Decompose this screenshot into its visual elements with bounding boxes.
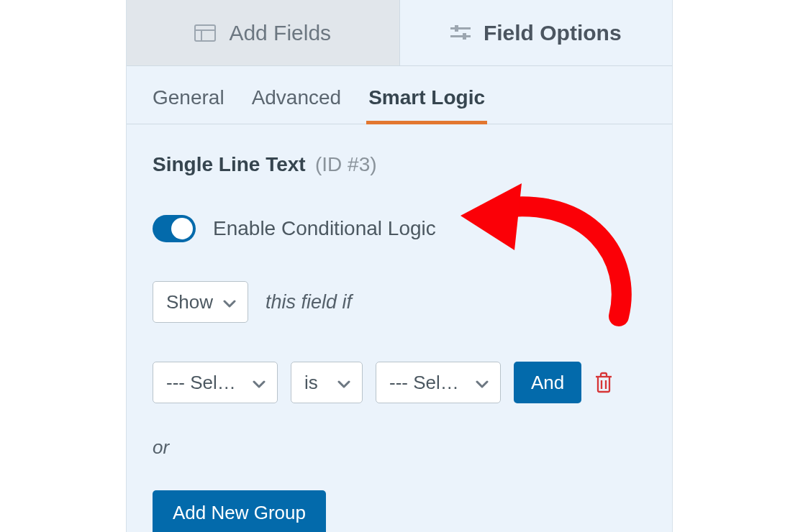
chevron-down-icon bbox=[223, 291, 236, 313]
condition-value-select[interactable]: --- Sel… bbox=[376, 362, 501, 403]
condition-field-select[interactable]: --- Sel… bbox=[153, 362, 278, 403]
chevron-down-icon bbox=[476, 372, 489, 394]
field-id: (ID #3) bbox=[315, 153, 377, 175]
condition-value-value: --- Sel… bbox=[389, 372, 459, 394]
svg-rect-3 bbox=[450, 27, 471, 29]
field-options-icon bbox=[450, 24, 471, 42]
chevron-down-icon bbox=[253, 372, 266, 394]
and-button[interactable]: And bbox=[514, 362, 581, 403]
svg-rect-6 bbox=[463, 33, 466, 40]
show-hide-suffix: this field if bbox=[266, 291, 352, 313]
conditional-logic-toggle-row: Enable Conditional Logic bbox=[153, 215, 646, 242]
show-hide-select[interactable]: Show bbox=[153, 281, 248, 323]
condition-operator-value: is bbox=[304, 372, 318, 394]
field-title: Single Line Text bbox=[153, 153, 306, 175]
tab-add-fields-label: Add Fields bbox=[229, 21, 331, 45]
conditional-logic-label: Enable Conditional Logic bbox=[213, 217, 436, 240]
sub-tabs: General Advanced Smart Logic bbox=[127, 66, 672, 124]
chevron-down-icon bbox=[337, 372, 350, 394]
main-tabs: Add Fields Field Options bbox=[127, 0, 672, 66]
condition-operator-select[interactable]: is bbox=[291, 362, 363, 403]
field-options-content: Single Line Text (ID #3) Enable Conditio… bbox=[127, 124, 672, 532]
field-title-row: Single Line Text (ID #3) bbox=[153, 153, 646, 176]
show-hide-row: Show this field if bbox=[153, 281, 646, 323]
tab-add-fields[interactable]: Add Fields bbox=[127, 0, 400, 65]
subtab-advanced[interactable]: Advanced bbox=[252, 86, 342, 124]
condition-field-value: --- Sel… bbox=[166, 372, 236, 394]
add-fields-icon bbox=[194, 24, 216, 42]
svg-rect-0 bbox=[195, 25, 215, 41]
show-hide-value: Show bbox=[166, 291, 213, 313]
subtab-general[interactable]: General bbox=[153, 86, 224, 124]
conditional-logic-toggle[interactable] bbox=[153, 215, 196, 242]
trash-icon bbox=[594, 372, 613, 393]
svg-rect-5 bbox=[455, 25, 458, 32]
add-new-group-button[interactable]: Add New Group bbox=[153, 490, 326, 532]
tab-field-options-label: Field Options bbox=[484, 21, 622, 45]
tab-field-options[interactable]: Field Options bbox=[400, 0, 673, 65]
subtab-smart-logic[interactable]: Smart Logic bbox=[368, 86, 485, 124]
or-label: or bbox=[153, 436, 646, 459]
delete-condition-button[interactable] bbox=[594, 372, 613, 393]
svg-rect-4 bbox=[450, 35, 471, 37]
condition-row: --- Sel… is --- Sel… And bbox=[153, 362, 646, 403]
